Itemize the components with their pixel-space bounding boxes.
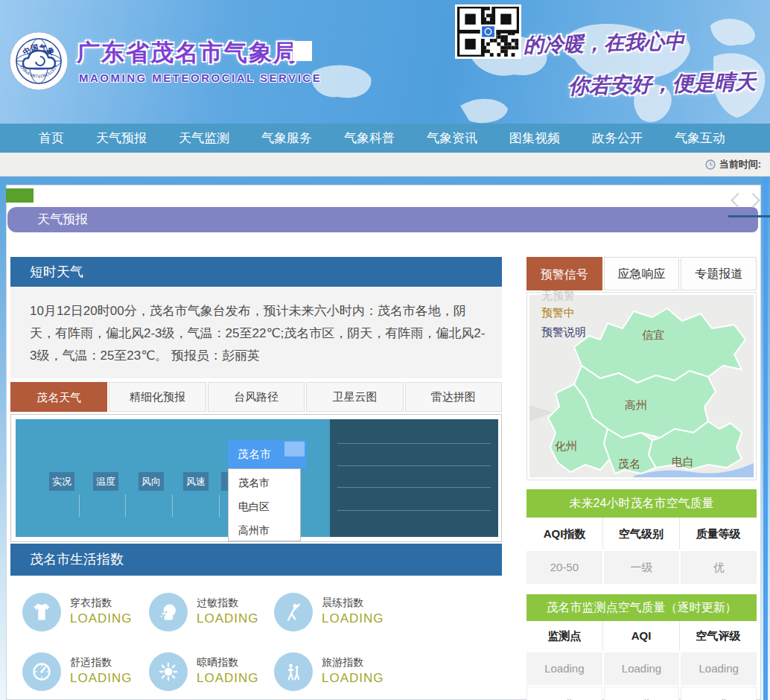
short-weather-title: 短时天气 [10,257,502,287]
list-divider [337,510,491,511]
temperature-button[interactable]: 温度 [93,472,118,491]
region-label-xinyi: 信宜 [642,328,664,341]
forecast-text: 10月12日20时00分，茂名市气象台发布，预计未来六小时内：茂名市各地，阴天，… [30,300,486,367]
life-index-header: 茂名市生活指数 [10,544,502,576]
stations-table-head: 监测点 AQI 空气评级 [526,621,757,651]
clock-icon [705,159,716,170]
list-divider [337,443,491,444]
allergy-face-icon [149,593,188,631]
air24-header: 未来24小时茂名市空气质量 [526,489,757,518]
wind-speed-button[interactable]: 风速 [183,472,209,491]
tick [125,494,126,517]
legend-no-warning: 无预警 [541,289,575,303]
sidebar-tabs: 预警信号 应急响应 专题报道 [526,257,757,290]
life-item-dressing[interactable]: 穿衣指数 LOADING [22,593,144,634]
tab-radar-mosaic[interactable]: 雷达拼图 [405,382,502,412]
region-label-huazhou: 化州 [555,439,577,452]
nav-item-service[interactable]: 气象服务 [261,124,312,153]
stations-col-rating: 空气评级 [680,621,757,651]
option-dianbai[interactable]: 电白区 [229,494,300,518]
option-maoming[interactable]: 茂名市 [229,471,300,494]
air24-aqi-value: 20-50 [526,551,602,584]
legend-warning-active: 预警中 [541,306,575,320]
tab-maoming-weather[interactable]: 茂名天气 [10,382,107,412]
list-divider [337,487,491,488]
white-box [293,41,312,61]
city-dropdown-list: 茂名市 电白区 高州市 [228,468,301,541]
life-item-comfort[interactable]: 舒适指数 LOADING [22,652,144,694]
time-bar: 当前时间: [0,153,770,176]
page-title: 天气预报 [7,207,758,232]
region-label-gaozhou: 高州 [625,398,647,411]
sun-icon [149,652,188,691]
air24-grade-value: 优 [681,551,757,584]
tab-warning-signal[interactable]: 预警信号 [526,257,602,290]
scroll-strip[interactable] [763,177,768,700]
stations-col-site: 监测点 [526,621,603,651]
nav-item-gov[interactable]: 政务公开 [592,124,643,153]
weather-tabs: 茂名天气 精细化预报 台风路径 卫星云图 雷达拼图 [10,382,502,412]
nav-item-forecast[interactable]: 天气预报 [96,124,147,153]
site-subtitle: MAOMING METEOROCIAL SERVICE [79,71,322,84]
weather-widget: 实况 温度 风向 风速 茂名市 茂名市 电白区 高州市 [10,414,502,542]
comfort-gauge-icon [22,652,61,691]
air24-col-grade: 质量等级 [680,518,757,550]
life-item-travel[interactable]: 旅游指数 LOADING [274,652,396,694]
stations-col-aqi: AQI [603,621,680,651]
life-index-title: 茂名市生活指数 [10,544,502,576]
air24-level-value: 一级 [604,551,680,584]
site-title: 广东省茂名市气象局 [77,37,298,69]
decor-line [728,215,770,217]
forecast-box: 10月12日20时00分，茂名市气象台发布，预计未来六小时内：茂名市各地，阴天，… [10,287,502,378]
tick [172,494,173,517]
tab-emergency-response[interactable]: 应急响应 [604,257,680,290]
life-item-drying[interactable]: 晾晒指数 LOADING [149,652,271,694]
cma-logo: 中国气象 CHINA METEOROLOGY [9,31,69,91]
morning-exercise-icon [274,593,313,631]
slogan-line-2: 你若安好，便是晴天 [568,68,757,101]
live-button[interactable]: 实况 [49,472,74,491]
air24-table-head: AQI指数 空气级别 质量等级 [526,518,757,550]
tab-satellite-cloud[interactable]: 卫星云图 [306,382,403,412]
tshirt-icon [22,593,61,631]
tab-typhoon-track[interactable]: 台风路径 [208,382,305,412]
city-dropdown[interactable]: 茂名市 [228,440,306,468]
green-marker [6,188,34,203]
nav-item-interact[interactable]: 气象互动 [675,124,725,153]
tick [79,494,80,517]
slogan-line-1: 的冷暖，在我心中 [524,28,685,59]
air24-col-aqi: AQI指数 [526,518,603,550]
region-label-dianbai: 电白 [672,455,694,468]
legend-warning-info[interactable]: 预警说明 [541,325,586,340]
list-divider [337,465,491,466]
nav-item-monitor[interactable]: 天气监测 [179,124,229,153]
stations-table-row: Loading Loading Loading [526,652,757,685]
page: 中国气象 CHINA METEOROLOGY 广东省茂名市气象局 MAOMING… [0,0,770,700]
qr-code [455,4,521,59]
current-time-label: 当前时间: [719,158,761,171]
tick [219,494,220,517]
nav-item-gallery[interactable]: 图集视频 [509,124,560,153]
air24-table-row: 20-50 一级 优 [526,551,757,584]
region-label-maoming: 茂名 [618,457,640,470]
tab-refined-forecast[interactable]: 精细化预报 [109,382,206,412]
travel-icon [274,652,313,691]
air24-col-level: 空气级别 [603,518,680,550]
life-item-morning-exercise[interactable]: 晨练指数 LOADING [274,593,396,634]
wind-direction-button[interactable]: 风向 [139,472,164,491]
page-title-banner: 天气预报 [7,207,758,232]
short-weather-header: 短时天气 [10,257,502,287]
main-nav: 首页 天气预报 天气监测 气象服务 气象科普 气象资讯 图集视频 政务公开 气象… [0,124,770,153]
option-gaozhou[interactable]: 高州市 [229,518,300,541]
nav-item-news[interactable]: 气象资讯 [427,124,477,153]
tab-special-report[interactable]: 专题报道 [681,257,757,290]
stations-table-row: Loading Loading Loading [526,687,757,700]
widget-list-area [330,419,498,537]
dropdown-arrow-icon[interactable] [284,442,305,456]
life-item-allergy[interactable]: 过敏指数 LOADING [149,593,271,634]
stations-header: 茂名市监测点空气质量（逐时更新） [526,594,757,621]
nav-item-science[interactable]: 气象科普 [344,124,395,153]
nav-item-home[interactable]: 首页 [39,124,64,153]
site-banner: 中国气象 CHINA METEOROLOGY 广东省茂名市气象局 MAOMING… [0,0,770,124]
